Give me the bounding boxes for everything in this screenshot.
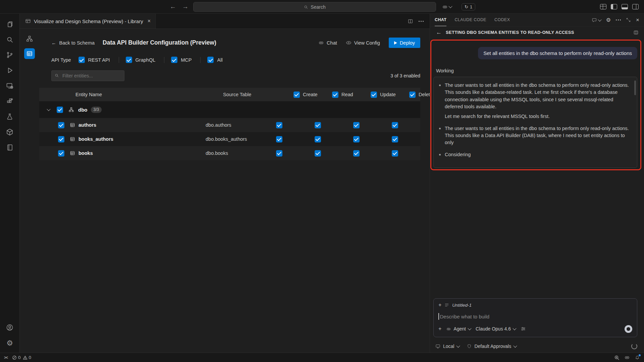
api-type-mcp[interactable]: MCP xyxy=(171,57,192,63)
customize-layout-icon[interactable] xyxy=(600,4,606,9)
split-editor-icon[interactable] xyxy=(408,18,413,24)
read-checkbox[interactable] xyxy=(315,136,321,142)
tab-codex[interactable]: CODEX xyxy=(494,14,510,26)
attach-icon[interactable]: + xyxy=(438,326,441,332)
filter-entities-input[interactable] xyxy=(51,70,124,81)
open-in-editor-icon[interactable] xyxy=(633,30,639,35)
update-checkbox[interactable] xyxy=(353,122,360,128)
model-picker-dropdown[interactable]: Claude Opus 4.6 xyxy=(476,326,516,331)
entity-row[interactable]: books dbo.books ⚙ xyxy=(39,146,420,160)
account-icon[interactable] xyxy=(2,320,18,335)
divider xyxy=(164,57,164,63)
update-checkbox[interactable] xyxy=(353,150,360,157)
approvals-dropdown[interactable]: Default Approvals xyxy=(467,344,517,349)
api-type-rest[interactable]: REST API xyxy=(78,57,110,63)
chat-input-box[interactable]: + Untitled-1 Describe what to build + Ag… xyxy=(433,298,637,337)
group-checkbox[interactable] xyxy=(57,107,63,113)
schema-group-row[interactable]: dbo 3/3 xyxy=(39,101,420,118)
create-checkbox[interactable] xyxy=(276,150,282,157)
read-checkbox[interactable] xyxy=(315,122,321,128)
toggle-secondary-sidebar-icon[interactable] xyxy=(632,4,639,9)
command-center-search[interactable]: Search xyxy=(193,2,436,12)
api-builder-view-icon[interactable] xyxy=(24,48,35,59)
database-projects-icon[interactable] xyxy=(2,124,18,140)
api-type-graphql[interactable]: GraphQL xyxy=(126,57,156,63)
editor-group: Visualize and Design Schema (Preview) - … xyxy=(20,14,430,353)
row-checkbox[interactable] xyxy=(58,150,64,157)
schema-view-icon[interactable] xyxy=(24,34,35,44)
testing-icon[interactable] xyxy=(2,109,18,124)
local-environment-dropdown[interactable]: Local xyxy=(435,344,460,349)
scrollbar-thumb[interactable] xyxy=(634,80,636,95)
update-checkbox[interactable] xyxy=(353,136,360,142)
row-checkbox[interactable] xyxy=(58,136,64,142)
mcp-checkbox[interactable] xyxy=(171,57,177,63)
chat-more-actions-icon[interactable] xyxy=(616,19,621,20)
context-pill[interactable]: Untitled-1 xyxy=(452,303,472,308)
create-all-checkbox[interactable] xyxy=(293,92,300,98)
requests-counter-badge[interactable]: ↻ 1 xyxy=(462,3,475,10)
read-checkbox[interactable] xyxy=(315,150,321,157)
chat-bubble-icon xyxy=(592,17,597,23)
create-checkbox[interactable] xyxy=(276,122,282,128)
explorer-icon[interactable] xyxy=(2,16,18,32)
settings-gear-icon[interactable]: ⚙ xyxy=(2,335,18,351)
toggle-panel-icon[interactable] xyxy=(622,4,628,9)
back-to-schema-link[interactable]: ← Back to Schema xyxy=(51,40,95,46)
maximize-icon[interactable] xyxy=(626,17,631,22)
api-type-all[interactable]: All xyxy=(207,57,222,63)
remote-indicator-icon[interactable]: >< xyxy=(4,355,7,360)
tools-sliders-icon[interactable] xyxy=(521,326,526,331)
update-all-checkbox[interactable] xyxy=(371,92,377,98)
warnings-indicator[interactable]: 0 xyxy=(23,355,32,360)
read-all-checkbox[interactable] xyxy=(332,92,338,98)
notifications-bell-icon[interactable] xyxy=(635,355,640,360)
add-context-icon[interactable]: + xyxy=(438,302,441,308)
entity-row[interactable]: authors dbo.authors ⚙ xyxy=(39,118,420,132)
view-config-button[interactable]: View Config xyxy=(346,40,380,46)
chat-input-placeholder[interactable]: Describe what to build xyxy=(440,314,490,319)
tab-visualize-design-schema[interactable]: Visualize and Design Schema (Preview) - … xyxy=(20,14,156,28)
run-debug-icon[interactable] xyxy=(2,63,18,78)
source-table: dbo.authors xyxy=(206,122,276,128)
graphql-checkbox[interactable] xyxy=(126,57,132,63)
delete-checkbox[interactable] xyxy=(392,136,398,142)
session-back-icon[interactable]: ← xyxy=(436,29,442,36)
extensions-icon[interactable] xyxy=(2,94,18,109)
copilot-menu-button[interactable] xyxy=(442,4,452,10)
create-checkbox[interactable] xyxy=(276,136,282,142)
tab-claude-code[interactable]: CLAUDE CODE xyxy=(454,14,486,26)
toggle-sidebar-icon[interactable] xyxy=(611,4,617,9)
agent-mode-dropdown[interactable]: Agent xyxy=(446,326,471,331)
tab-chat[interactable]: CHAT xyxy=(435,14,446,26)
tab-close-icon[interactable]: × xyxy=(148,18,151,24)
agent-thinking-box[interactable]: The user wants to set all entities in th… xyxy=(433,77,637,168)
eye-icon xyxy=(346,40,352,46)
all-checkbox[interactable] xyxy=(207,57,214,63)
delete-all-checkbox[interactable] xyxy=(409,92,416,98)
entity-row[interactable]: books_authors dbo.books_authors ⚙ xyxy=(39,132,420,146)
search-sidebar-icon[interactable] xyxy=(2,32,18,47)
zoom-in-icon[interactable] xyxy=(614,355,620,360)
notebooks-icon[interactable] xyxy=(2,140,18,155)
errors-indicator[interactable]: 0 xyxy=(12,355,21,360)
deploy-button[interactable]: Deploy xyxy=(389,38,420,48)
chat-settings-gear-icon[interactable]: ⚙ xyxy=(606,17,611,23)
row-checkbox[interactable] xyxy=(58,122,64,128)
nav-back-icon[interactable]: ← xyxy=(170,3,176,10)
source-control-icon[interactable] xyxy=(2,47,18,63)
chat-button[interactable]: Chat xyxy=(318,40,337,46)
nav-forward-icon[interactable]: → xyxy=(182,3,189,10)
editor-more-actions-icon[interactable] xyxy=(419,21,424,22)
dictation-button[interactable] xyxy=(625,325,632,333)
remote-explorer-icon[interactable] xyxy=(2,78,18,94)
collapse-chevron-icon[interactable] xyxy=(47,107,50,111)
filter-search-icon xyxy=(54,73,59,78)
copilot-status-icon[interactable] xyxy=(624,355,630,360)
rest-api-checkbox[interactable] xyxy=(78,57,85,63)
new-chat-button[interactable] xyxy=(592,17,601,23)
delete-checkbox[interactable] xyxy=(392,122,398,128)
delete-checkbox[interactable] xyxy=(392,150,398,157)
close-panel-icon[interactable]: × xyxy=(636,17,639,23)
thought-text: Let me search for the relevant MSSQL too… xyxy=(445,113,630,120)
